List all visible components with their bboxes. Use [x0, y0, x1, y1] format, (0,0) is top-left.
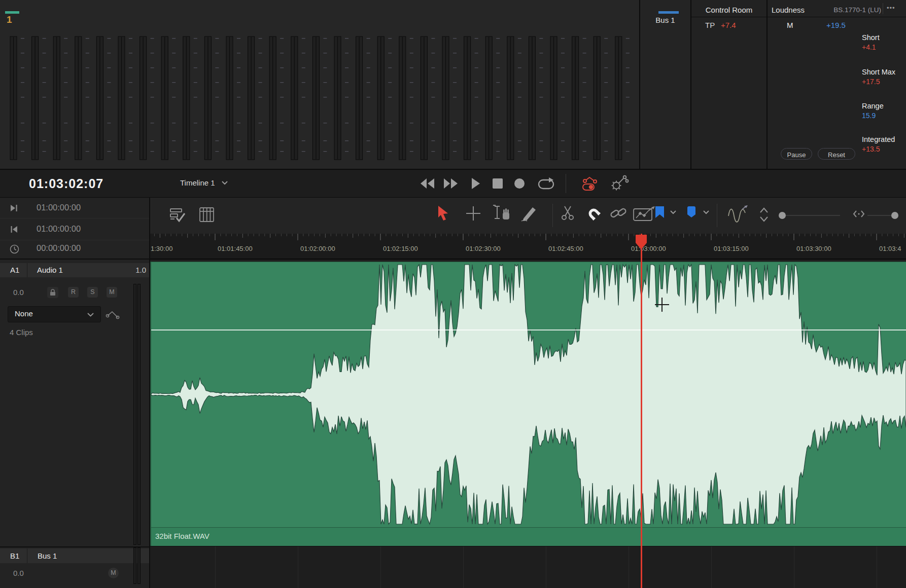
timeline-view-options-button[interactable]: [169, 207, 187, 224]
clip-color-icon: [686, 206, 696, 218]
flag-keyframe-mode-button[interactable]: [633, 206, 655, 222]
loudness-menu-button[interactable]: •••: [887, 4, 895, 12]
reset-button[interactable]: Reset: [818, 148, 855, 160]
marker-flag-icon: [655, 206, 665, 218]
track-index-button[interactable]: [199, 207, 215, 223]
track-b1-volume[interactable]: 0.0: [13, 569, 24, 577]
timeline-zoom-handle[interactable]: [891, 212, 898, 219]
record-icon: [514, 178, 525, 189]
pause-button[interactable]: Pause: [781, 148, 812, 160]
automation-settings-button[interactable]: [610, 175, 629, 192]
chevron-down-icon: [703, 210, 710, 215]
track-a1-mute-button[interactable]: M: [107, 287, 117, 298]
track-a1-name[interactable]: Audio 1: [37, 266, 63, 274]
track-a1-lock-button[interactable]: [47, 287, 58, 298]
chevron-down-icon: [221, 180, 228, 186]
goto-start-timecode[interactable]: 01:00:00:00: [37, 224, 81, 234]
track-sidebar: 01:00:00:00 01:00:00:00 00:00:00:00 A1 A…: [0, 198, 149, 588]
horizontal-fit-button[interactable]: [853, 210, 865, 219]
audio-clip[interactable]: 32bit Float.WAV: [150, 262, 906, 546]
loudness-stat-value: +4.1: [862, 43, 876, 51]
track-header-a1[interactable]: A1 Audio 1 1.0 0.0 R S M None: [0, 262, 149, 546]
waveform-zoom-icon: [727, 205, 749, 223]
goto-end-row[interactable]: 01:00:00:00: [0, 198, 149, 218]
clip-volume-automation-line[interactable]: [151, 329, 906, 330]
rewind-button[interactable]: [420, 178, 435, 189]
magnet-icon: [584, 204, 604, 224]
track-a1-automation-button[interactable]: [106, 307, 121, 320]
grid-line: [546, 546, 546, 588]
goto-start-row[interactable]: 01:00:00:00: [0, 218, 149, 240]
timeline-zoom-track[interactable]: [867, 215, 892, 216]
stop-button[interactable]: [492, 178, 503, 189]
track-header-b1[interactable]: B1 Bus 1 0.0 M: [0, 547, 149, 588]
automation-toggle-icon: [582, 175, 602, 192]
play-button[interactable]: [471, 177, 481, 190]
snapping-toggle-button[interactable]: [584, 204, 604, 224]
true-peak-value: +7.4: [721, 21, 736, 29]
loudness-stat-label: Integrated: [862, 135, 895, 143]
loop-icon: [538, 177, 555, 190]
zoom-slider-handle[interactable]: [779, 212, 786, 219]
duration-clock-icon: [10, 244, 19, 254]
grid-line: [794, 546, 794, 588]
scissors-icon: [560, 205, 576, 221]
playhead-line[interactable]: [641, 234, 642, 588]
goto-end-timecode[interactable]: 01:00:00:00: [37, 203, 81, 212]
control-room-title: Control Room: [691, 6, 766, 14]
ruler-timecode-label: 01:03:30:00: [796, 245, 831, 252]
timeline-view-options-icon: [169, 207, 187, 224]
ruler-timecode-label: 01:02:30:00: [466, 245, 501, 252]
vertical-zoom-button[interactable]: [759, 207, 769, 223]
divider: [691, 17, 766, 17]
bus-lane-empty[interactable]: [150, 546, 906, 588]
track-a1-effects-dropdown[interactable]: None: [8, 306, 101, 322]
track-b1-meter-l: [133, 547, 136, 584]
waveform-zoom-button[interactable]: [727, 205, 749, 223]
timeline-name: Timeline 1: [180, 178, 215, 187]
loudness-stat-value: 15.9: [862, 112, 876, 120]
track-a1-id: A1: [10, 266, 19, 274]
timeline-ruler[interactable]: 1:30:0001:01:45:0001:02:00:0001:02:15:00…: [150, 234, 906, 260]
timeline-selector[interactable]: Timeline 1: [180, 178, 228, 188]
zoom-slider-track[interactable]: [782, 215, 840, 216]
selection-tool-button[interactable]: [437, 205, 450, 222]
edit-selection-tool-button[interactable]: [491, 204, 512, 223]
fairlight-page: 1 Bus 1 0-5-10-15-20-30-40-50 Control Ro…: [0, 0, 906, 588]
selection-arrow-icon: [437, 205, 450, 222]
pencil-tool-button[interactable]: [520, 204, 539, 222]
track-a1-gain[interactable]: 1.0: [122, 266, 146, 274]
track-b1-mute-button[interactable]: M: [108, 568, 119, 578]
record-button[interactable]: [514, 178, 525, 189]
clip-waveform: [151, 262, 906, 527]
divider: [768, 17, 906, 17]
loudness-title: Loudness: [772, 6, 805, 14]
marker-dropdown-button[interactable]: [670, 210, 677, 215]
track-a1-volume[interactable]: 0.0: [13, 288, 24, 297]
duration-timecode[interactable]: 00:00:00:00: [37, 243, 81, 253]
track-a1-record-arm-button[interactable]: R: [68, 287, 79, 298]
linked-selection-button[interactable]: [610, 206, 628, 220]
playhead-marker[interactable]: [635, 234, 647, 250]
loudness-standard[interactable]: BS.1770-1 (LU): [820, 6, 881, 14]
transport-bar: 01:03:02:07 Timeline 1: [0, 170, 906, 198]
track-a1-solo-button[interactable]: S: [87, 287, 98, 298]
ruler-timecode-label: 01:01:45:00: [218, 245, 253, 252]
track-b1-name[interactable]: Bus 1: [38, 552, 57, 560]
automation-curve-icon: [106, 307, 121, 320]
stop-icon: [492, 178, 503, 189]
duration-row[interactable]: 00:00:00:00: [0, 240, 149, 259]
add-marker-button[interactable]: [655, 206, 665, 218]
loop-button[interactable]: [538, 177, 555, 190]
momentary-value: +19.5: [826, 21, 846, 29]
fast-forward-button[interactable]: [443, 178, 459, 189]
momentary-label: M: [787, 21, 793, 29]
clip-color-dropdown-button[interactable]: [703, 210, 710, 215]
track-a1-clip-count: 4 Clips: [10, 328, 33, 337]
automation-toggle-button[interactable]: [582, 175, 602, 192]
timeline-lanes: 32bit Float.WAV: [150, 260, 906, 588]
cut-tool-button[interactable]: [560, 205, 576, 221]
ruler-timecode-label: 01:03:4: [879, 245, 901, 252]
clip-color-button[interactable]: [686, 206, 696, 218]
range-selection-tool-button[interactable]: [465, 205, 481, 222]
